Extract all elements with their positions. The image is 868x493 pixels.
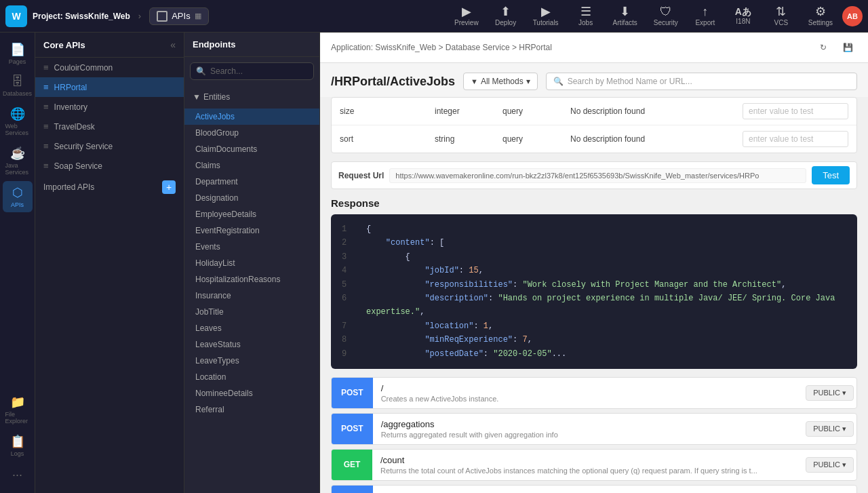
entity-item-claimdocuments[interactable]: ClaimDocuments xyxy=(184,141,319,157)
endpoint-list: POST / Creates a new ActiveJobs instance… xyxy=(331,377,857,493)
entity-item-insurance[interactable]: Insurance xyxy=(184,288,319,304)
sidebar-item-hrportal[interactable]: ≡ HRPortal xyxy=(35,77,184,97)
param-sort-input[interactable] xyxy=(743,131,848,147)
breadcrumb-bar: Application: SwissKnife_Web > Database S… xyxy=(320,33,868,63)
nav-apis[interactable]: ⬡ APIs xyxy=(3,181,33,212)
app-logo[interactable]: W xyxy=(5,5,27,27)
settings-icon: ⚙ xyxy=(815,5,826,18)
entity-item-leavestatus[interactable]: LeaveStatus xyxy=(184,336,319,353)
i18n-button[interactable]: Aあ I18N xyxy=(726,4,761,28)
api-search-input[interactable] xyxy=(568,77,850,86)
inventory-icon: ≡ xyxy=(43,102,49,112)
line-num-4: 4 xyxy=(342,264,355,277)
nav-web-services[interactable]: 🌐 Web Services xyxy=(3,102,33,140)
export-button[interactable]: ↑ Export xyxy=(688,3,723,29)
entity-item-leaves[interactable]: Leaves xyxy=(184,320,319,336)
entity-item-eventregistration[interactable]: EventRegistration xyxy=(184,222,319,239)
endpoints-search-input[interactable] xyxy=(210,66,308,76)
methods-filter-dropdown[interactable]: ▼ All Methods ▾ xyxy=(463,73,538,90)
visibility-button-2[interactable]: PUBLIC ▾ xyxy=(806,457,854,473)
soap-service-label: Soap Service xyxy=(54,161,102,171)
line-num-3: 3 xyxy=(342,250,355,264)
param-size-value[interactable] xyxy=(734,98,856,125)
entity-item-location[interactable]: Location xyxy=(184,369,319,385)
entity-item-claims[interactable]: Claims xyxy=(184,157,319,174)
nav-more-icon[interactable]: ··· xyxy=(7,462,28,488)
settings-label: Settings xyxy=(808,19,833,26)
sidebar-item-soap-service[interactable]: ≡ Soap Service xyxy=(35,156,184,176)
sidebar-imported-section[interactable]: Imported APIs + xyxy=(35,176,184,199)
breadcrumb: Application: SwissKnife_Web > Database S… xyxy=(331,43,552,52)
code-content-1: { xyxy=(366,222,371,236)
entities-header[interactable]: ▼ Entities xyxy=(190,90,314,104)
refresh-button[interactable]: ↻ xyxy=(814,38,833,57)
param-size-input[interactable] xyxy=(743,103,848,119)
filter-icon: ▼ xyxy=(471,77,478,85)
sidebar-item-inventory[interactable]: ≡ Inventory xyxy=(35,97,184,117)
methods-filter-label: All Methods xyxy=(481,77,524,86)
sidebar-item-security-service[interactable]: ≡ Security Service xyxy=(35,136,184,156)
code-line-5: 5 "responsibilities": "Work closely with… xyxy=(342,278,846,292)
vcs-icon: ⇅ xyxy=(776,5,786,18)
sidebar-collapse-button[interactable]: « xyxy=(170,39,176,50)
nav-pages[interactable]: 📄 Pages xyxy=(3,38,33,69)
sidebar-header: Core APIs « xyxy=(35,33,184,58)
couloir-common-icon: ≡ xyxy=(43,62,49,73)
entity-item-holidaylist[interactable]: HolidayList xyxy=(184,255,319,271)
entity-item-hospitalizationreasons[interactable]: HospitalizationReasons xyxy=(184,271,319,288)
endpoint-desc-0: Creates a new ActiveJobs instance. xyxy=(381,395,795,403)
vcs-button[interactable]: ⇅ VCS xyxy=(764,3,799,29)
api-content: /HRPortal/ActiveJobs ▼ All Methods ▾ 🔍 s… xyxy=(320,63,868,493)
endpoint-path-0: / xyxy=(381,383,795,393)
entity-item-activejobs[interactable]: ActiveJobs xyxy=(184,109,319,125)
entity-item-bloodgroup[interactable]: BloodGroup xyxy=(184,125,319,141)
entity-item-jobtitle[interactable]: JobTitle xyxy=(184,304,319,320)
tutorials-button[interactable]: ▶ Tutorials xyxy=(526,3,566,29)
code-line-8: 8 "minReqExperience": 7, xyxy=(342,333,846,347)
security-button[interactable]: 🛡 Security xyxy=(647,3,685,29)
sidebar-item-couloir-common[interactable]: ≡ CouloirCommon xyxy=(35,58,184,77)
sidebar-item-travel-desk[interactable]: ≡ TravelDesk xyxy=(35,117,184,136)
artifacts-button[interactable]: ⬇ Artifacts xyxy=(606,3,644,29)
deploy-button[interactable]: ⬆ Deploy xyxy=(488,3,524,29)
settings-button[interactable]: ⚙ Settings xyxy=(802,3,840,29)
code-line-4: 4 "jobId": 15, xyxy=(342,264,846,277)
security-service-icon: ≡ xyxy=(43,141,49,151)
entity-item-leavetypes[interactable]: LeaveTypes xyxy=(184,353,319,369)
jobs-button[interactable]: ☰ Jobs xyxy=(568,3,604,29)
dropdown-icon: ▾ xyxy=(526,77,530,86)
nav-java-services[interactable]: ☕ Java Services xyxy=(3,142,33,180)
param-sort-description: No description found xyxy=(562,129,734,149)
entities-section: ▼ Entities xyxy=(184,85,319,109)
inventory-label: Inventory xyxy=(54,102,87,112)
user-avatar[interactable]: AB xyxy=(842,6,863,26)
entity-item-designation[interactable]: Designation xyxy=(184,190,319,206)
code-content-5: "responsibilities": "Work closely with P… xyxy=(366,278,786,292)
entity-item-department[interactable]: Department xyxy=(184,174,319,190)
param-sort-value[interactable] xyxy=(734,125,856,153)
breadcrumb-chevron: › xyxy=(138,11,141,21)
entity-item-employeedetails[interactable]: EmployeeDetails xyxy=(184,206,319,222)
test-button[interactable]: Test xyxy=(812,166,850,184)
context-badge[interactable]: APIs ▦ xyxy=(149,7,208,25)
project-label: Project: SwissKnife_Web xyxy=(33,12,130,21)
endpoint-item-3[interactable]: POST /count Returns the total count of A… xyxy=(331,485,857,493)
endpoint-item-1[interactable]: POST /aggregations Returns aggregated re… xyxy=(331,413,857,445)
entity-item-nomineedetails[interactable]: NomineeDetails xyxy=(184,385,319,401)
add-imported-api-button[interactable]: + xyxy=(162,180,176,194)
entity-item-referral[interactable]: Referral xyxy=(184,401,319,418)
nav-file-explorer[interactable]: 📁 File Explorer xyxy=(3,391,33,429)
endpoint-item-2[interactable]: GET /count Returns the total count of Ac… xyxy=(331,449,857,481)
params-table: size integer query No description found … xyxy=(331,97,857,153)
nav-databases[interactable]: 🗄 Databases xyxy=(3,71,33,101)
nav-logs[interactable]: 📋 Logs xyxy=(3,430,33,461)
entity-item-events[interactable]: Events xyxy=(184,239,319,255)
visibility-button-0[interactable]: PUBLIC ▾ xyxy=(806,385,854,401)
endpoint-item-0[interactable]: POST / Creates a new ActiveJobs instance… xyxy=(331,377,857,409)
visibility-button-1[interactable]: PUBLIC ▾ xyxy=(806,421,854,437)
code-content-6: "description": "Hands on project experie… xyxy=(366,292,846,319)
save-button[interactable]: 💾 xyxy=(838,38,857,57)
endpoint-path-2: /count xyxy=(380,455,795,465)
preview-button[interactable]: ▶ Preview xyxy=(448,3,486,29)
preview-icon: ▶ xyxy=(462,5,471,18)
